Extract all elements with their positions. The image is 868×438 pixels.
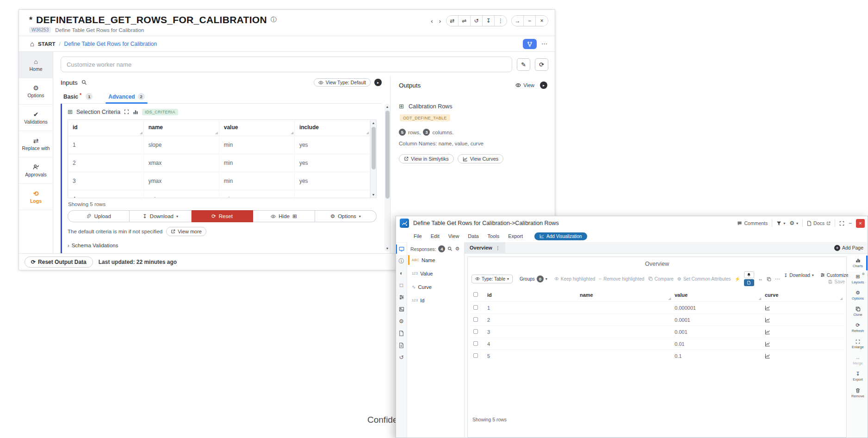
sidebar-item-options[interactable]: ⚙ Options [19,78,53,105]
menu-export[interactable]: Export [508,233,523,239]
sidebar-item-home[interactable]: ⌂ Home [19,52,53,78]
undo-icon[interactable]: ↺ [471,16,483,26]
field-item-id[interactable]: 123 Id [407,294,464,306]
row-checkbox[interactable] [473,317,478,322]
table-row[interactable]: 3 0.001 [471,326,843,338]
schema-validations-toggle[interactable]: › Schema Validations [68,243,382,248]
rail-history-icon[interactable]: ↺ [396,351,407,363]
hide-button[interactable]: Hide ⊞ [253,210,315,222]
row-checkbox[interactable] [473,341,478,346]
sidebar-item-approvals[interactable]: Approvals [19,157,53,184]
upload-button[interactable]: Upload [68,210,130,222]
highlight-actions-icon[interactable]: ⚡ [734,276,740,282]
field-item-value[interactable]: 123 Value [407,268,464,279]
panel-scrollbar[interactable]: ▲ ▼ [384,104,390,251]
column-header-id[interactable]: id [484,290,577,302]
select-all-checkbox[interactable] [473,292,478,297]
search-icon[interactable] [447,246,453,251]
cell-name[interactable]: xatymax [143,190,219,199]
scroll-down-icon[interactable]: ▼ [372,192,375,198]
comments-button[interactable]: Comments [737,220,768,226]
type-selector[interactable]: Type: Table ▾ [471,275,513,283]
view-curves-button[interactable]: View Curves [458,154,504,163]
download-button[interactable]: ↧ Download ▾ [784,273,814,278]
field-item-curve[interactable]: ∿ Curve [407,281,464,293]
rail-settings-icon[interactable]: ⚙ [396,315,407,327]
cell-name[interactable]: ymax [143,172,219,190]
column-header-name[interactable]: name◢ [577,290,672,302]
scrollbar-thumb[interactable] [385,111,390,199]
cell-include[interactable]: no [294,190,370,199]
cell-value[interactable]: min [219,136,294,154]
kebab-menu-icon[interactable]: ⋮ [495,16,507,26]
cell-name[interactable]: slope [143,136,219,154]
download-button[interactable]: ↧ Download ▾ [130,210,191,222]
rail-notes-icon[interactable] [396,339,407,351]
scroll-up-icon[interactable]: ▲ [386,104,389,110]
column-header-name[interactable]: name◢ [143,120,219,136]
resize-handle-icon[interactable]: ◢ [366,131,369,135]
cell-include[interactable]: yes [294,172,370,190]
docs-button[interactable]: Docs [807,220,831,226]
cell-id[interactable]: 3 [68,172,143,190]
row-checkbox[interactable] [473,305,478,310]
column-header-curve[interactable]: curve◢ [762,290,843,302]
resize-handle-icon[interactable]: ◢ [840,297,843,300]
filter-button[interactable]: ▾ [776,221,785,226]
menu-file[interactable]: File [414,233,422,239]
rail-layouts-button[interactable]: ⚙ ⊞ Layouts [848,271,868,288]
collapse-outputs-icon[interactable]: ▸ [540,81,547,89]
sidebar-item-replace-with[interactable]: ⇄ Replace with [19,131,53,157]
bar-chart-icon[interactable] [133,109,138,115]
expand-icon[interactable] [124,109,129,114]
options-button[interactable]: ⚙ Options ▾ [315,210,377,222]
outputs-view-button[interactable]: View [515,82,534,88]
rail-options-button[interactable]: ⚙ Options [848,288,868,304]
rail-info-icon[interactable]: ⓘ [396,255,407,267]
table-row[interactable]: 4 0.01 [471,338,843,350]
close-icon[interactable]: × [856,219,865,228]
curve-chart-icon[interactable] [765,341,770,347]
close-icon[interactable]: × [536,16,548,26]
curve-chart-icon[interactable] [765,353,770,359]
rail-export-button[interactable]: ↧ Export [848,369,868,385]
rail-contrast-icon[interactable]: ◐ [396,267,407,279]
minimize-icon[interactable]: − [524,16,536,26]
view-type-button[interactable]: View Type: Default [314,78,371,87]
scroll-down-icon[interactable]: ▼ [386,245,389,251]
menu-tools[interactable]: Tools [488,233,500,239]
table-row[interactable]: 1 slope min yes [68,136,370,154]
sidebar-item-logs[interactable]: ⟲ Logs [19,184,53,210]
row-checkbox[interactable] [473,353,478,358]
table-scrollbar[interactable]: ▲ ▼ [371,119,377,198]
compare-button[interactable]: Compare [648,276,674,282]
column-header-include[interactable]: include◢ [294,120,370,136]
settings-button[interactable]: ⚙ ▾ [789,220,798,226]
customize-button[interactable]: Customize [820,273,849,278]
cell-name[interactable]: xmax [143,154,219,172]
scrollbar-thumb[interactable] [372,127,376,169]
cell-value[interactable]: min [219,190,294,199]
rail-shape-icon[interactable]: □ [396,279,407,291]
cell-include[interactable]: yes [294,136,370,154]
rail-image-icon[interactable] [396,303,407,315]
add-visualization-button[interactable]: Add Visualization [534,232,587,240]
curve-chart-icon[interactable] [765,329,770,335]
info-icon[interactable]: ⓘ [271,16,277,24]
rail-remove-button[interactable]: Remove [848,385,868,401]
resize-handle-icon[interactable]: ◢ [215,131,217,135]
table-row[interactable]: 1 0.000001 [471,302,843,314]
resize-handle-icon[interactable]: ◢ [759,297,761,300]
tab-advanced[interactable]: Advanced 2 [107,91,145,103]
fullscreen-icon[interactable] [839,221,844,226]
tab-basic[interactable]: Basic * 1 [62,91,93,103]
table-row[interactable]: 2 xmax min yes [68,154,370,172]
curve-chart-icon[interactable] [765,317,770,323]
rail-merge-button[interactable]: ↔ Merge [848,352,868,369]
nav-forward-icon[interactable]: › [438,18,442,25]
gear-icon[interactable]: ⚙ [455,246,459,252]
rail-display-icon[interactable] [396,243,407,255]
kebab-menu-icon[interactable]: ⋮ [496,245,500,250]
cell-value[interactable]: min [219,172,294,190]
scroll-up-icon[interactable]: ▲ [372,120,375,126]
